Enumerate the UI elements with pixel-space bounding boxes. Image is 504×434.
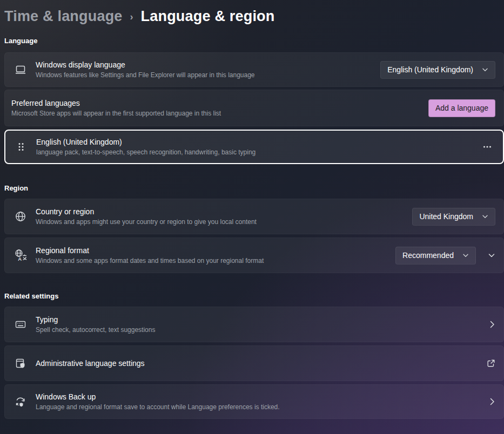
more-ellipsis-icon[interactable]	[480, 143, 495, 151]
regional-format-dropdown[interactable]: Recommended	[395, 247, 476, 265]
row-text: Regional format Windows and some apps fo…	[36, 246, 395, 265]
settings-page: Time & language › Language & region Lang…	[0, 0, 504, 434]
section-label-region: Region	[4, 184, 504, 193]
laptop-display-icon	[5, 63, 36, 76]
section-label-related-settings: Related settings	[4, 292, 504, 301]
breadcrumb-time-language[interactable]: Time & language	[4, 8, 123, 25]
window-shield-icon	[5, 357, 36, 370]
row-title: Windows Back up	[36, 392, 480, 402]
breadcrumb-separator-icon: ›	[130, 10, 133, 23]
display-language-dropdown-value: English (United Kingdom)	[387, 65, 473, 74]
row-description: Windows and apps might use your country …	[36, 218, 404, 226]
row-actions	[480, 143, 503, 151]
breadcrumb: Time & language › Language & region	[4, 6, 504, 26]
row-text: Windows display language Windows feature…	[36, 60, 380, 79]
row-title: Windows display language	[36, 60, 372, 70]
row-preferred-languages: Preferred languages Microsoft Store apps…	[4, 90, 504, 126]
chevron-down-icon	[482, 213, 488, 220]
display-language-dropdown[interactable]: English (United Kingdom)	[380, 61, 495, 79]
row-title: Regional format	[36, 246, 387, 255]
row-description: Microsoft Store apps will appear in the …	[11, 110, 420, 117]
regional-format-dropdown-value: Recommended	[402, 251, 454, 260]
regional-format-translate-icon: A	[5, 248, 36, 262]
row-description: Windows and some apps format dates and t…	[36, 257, 387, 265]
chevron-right-icon	[489, 397, 495, 406]
row-title: Preferred languages	[11, 99, 420, 108]
row-title: Typing	[36, 315, 480, 324]
row-country-or-region: Country or region Windows and apps might…	[4, 199, 504, 234]
row-actions: English (United Kingdom)	[380, 61, 503, 79]
row-text: Country or region Windows and apps might…	[36, 207, 412, 226]
section-label-language: Language	[4, 37, 504, 45]
regional-format-expander-chevron-down-icon[interactable]	[488, 252, 495, 259]
chevron-right-icon	[489, 320, 495, 329]
keyboard-icon	[5, 318, 36, 331]
row-description: Windows features like Settings and File …	[36, 71, 372, 79]
row-windows-display-language: Windows display language Windows feature…	[4, 52, 504, 87]
language-item-features: language pack, text-to-speech, speech re…	[36, 148, 471, 156]
external-link-icon	[487, 359, 495, 368]
sync-backup-icon	[5, 395, 36, 409]
country-dropdown[interactable]: United Kingdom	[412, 208, 495, 226]
row-typing[interactable]: Typing Spell check, autocorrect, text su…	[4, 307, 504, 342]
row-actions: Recommended	[395, 247, 503, 265]
page-title: Language & region	[141, 8, 275, 25]
row-text: Preferred languages Microsoft Store apps…	[5, 99, 428, 117]
row-actions	[487, 359, 503, 368]
row-title: Country or region	[36, 207, 404, 216]
globe-icon	[5, 210, 36, 223]
country-dropdown-value: United Kingdom	[419, 212, 473, 221]
row-text: Typing Spell check, autocorrect, text su…	[36, 315, 489, 334]
row-actions: United Kingdom	[412, 208, 503, 226]
row-windows-backup[interactable]: Windows Back up Language and regional fo…	[4, 384, 504, 419]
language-item-title: English (United Kingdom)	[36, 138, 471, 147]
row-text: English (United Kingdom) language pack, …	[36, 138, 480, 156]
svg-text:A: A	[18, 256, 22, 262]
drag-handle-icon[interactable]	[5, 142, 36, 152]
chevron-down-icon	[482, 66, 488, 73]
row-description: Language and regional format save to acc…	[36, 403, 480, 411]
language-item-english-uk[interactable]: English (United Kingdom) language pack, …	[4, 130, 504, 164]
row-actions	[489, 397, 503, 406]
row-actions	[489, 320, 503, 329]
row-actions: Add a language	[428, 99, 503, 117]
row-regional-format: A Regional format Windows and some apps …	[4, 238, 504, 273]
row-title: Administrative language settings	[36, 359, 478, 368]
chevron-down-icon	[462, 252, 469, 259]
row-text: Administrative language settings	[36, 359, 487, 368]
row-administrative-language-settings[interactable]: Administrative language settings	[4, 345, 504, 381]
row-text: Windows Back up Language and regional fo…	[36, 392, 489, 411]
add-a-language-button[interactable]: Add a language	[428, 99, 495, 117]
row-description: Spell check, autocorrect, text suggestio…	[36, 326, 480, 334]
